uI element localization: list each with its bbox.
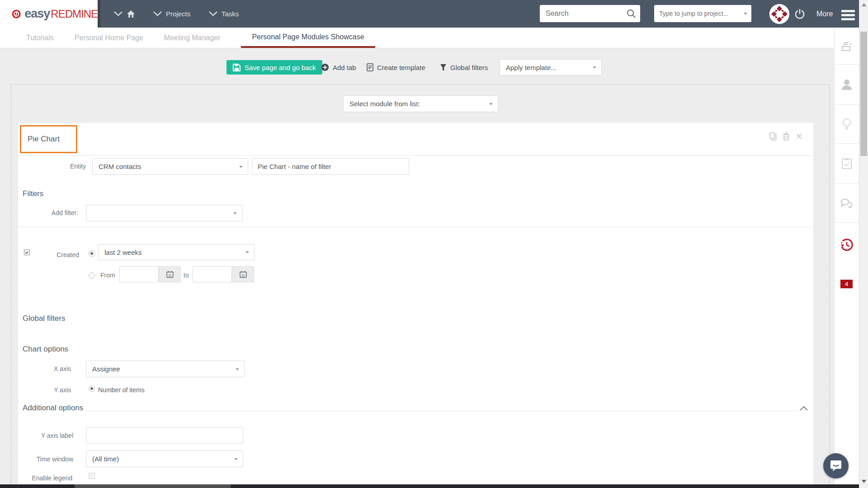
chevron-down-icon [236,368,239,371]
chevron-down-icon [233,212,237,215]
chevron-down-icon [209,11,217,16]
chevron-down-icon [114,11,123,16]
add-tab-label: Add tab [333,64,356,71]
create-template-label: Create template [377,64,425,71]
y-axis-count-radio[interactable] [89,385,95,392]
save-page-button[interactable]: Save page and go back [226,60,322,75]
brand-easy: easy [24,7,50,21]
from-calendar-button[interactable]: 31 [159,266,181,282]
from-label: From [100,272,116,279]
to-calendar-button[interactable]: 31 [232,266,254,282]
y-axis-label: Y axis [18,386,71,394]
nav-home[interactable] [114,0,135,28]
to-label: to [184,272,192,279]
x-axis-value: Assignee [92,365,120,373]
nav-tasks[interactable]: Tasks [209,0,239,28]
tab-personal-home-page[interactable]: Personal Home Page [75,28,143,48]
entity-select[interactable]: CRM contacts [92,158,248,175]
logout-power-icon[interactable] [794,9,805,19]
nav-projects[interactable]: Projects [153,0,190,28]
add-filter-label: Add filter: [18,209,78,216]
add-filter-select[interactable] [86,205,242,221]
x-axis-select[interactable]: Assignee [86,361,245,377]
collapse-chevron-up-icon[interactable] [800,406,808,411]
global-filters-label: Global filters [450,64,488,71]
scrollbar-thumb[interactable] [860,32,867,156]
save-icon [233,64,241,71]
jump-to-project-input[interactable] [654,5,738,22]
enable-legend-checkbox[interactable] [89,473,95,479]
chevron-down-icon [239,166,243,168]
nav-tasks-label: Tasks [222,10,239,18]
chat-bubbles-icon [840,198,853,208]
global-filters-button[interactable]: Global filters [440,60,488,75]
y-axis-label-label: Y axis label [18,432,73,439]
filters-heading: Filters [23,189,43,198]
more-menu[interactable]: More [816,0,833,28]
hamburger-menu-icon[interactable] [841,10,855,22]
top-bar: easy REDMINE Projects Tasks [0,0,859,28]
created-range-radio[interactable] [89,272,95,279]
time-window-label: Time window [18,455,73,463]
calendar-icon: 31 [240,271,247,278]
chevron-down-icon [744,13,747,15]
chevron-down-icon [153,11,162,16]
created-period-radio[interactable] [89,250,95,257]
bottom-edge-strip [0,484,859,488]
news-icon [841,41,853,52]
select-module-dropdown[interactable]: Select module from list: [343,95,498,112]
chart-options-heading: Chart options [23,345,68,354]
time-window-select[interactable]: (All time) [86,450,243,467]
save-page-label: Save page and go back [245,64,316,71]
sidebar-news-button[interactable] [835,28,859,65]
history-badge: 4 [840,280,853,288]
divider [86,411,798,411]
select-module-value: Select module from list: [349,100,420,108]
tab-tutorials[interactable]: Tutorials [26,28,54,48]
from-date-input[interactable] [119,266,159,282]
sidebar-chat-button[interactable] [835,184,859,223]
divider [18,155,813,156]
document-icon [367,63,373,71]
y-axis-label-input[interactable] [86,427,243,444]
plus-circle-icon [321,63,329,71]
add-tab-button[interactable]: Add tab [321,60,356,75]
sidebar-ideas-button[interactable] [835,105,859,144]
history-icon [840,239,854,252]
sidebar-tasks-button[interactable] [835,144,859,184]
search-box [540,5,640,22]
app-logo[interactable]: easy REDMINE [0,0,100,28]
chat-bubble-icon [830,460,842,472]
enable-legend-label: Enable legend [18,474,72,482]
page-scrollbar[interactable] [859,0,868,488]
jump-to-project-box [654,5,751,22]
apply-template-select[interactable]: Apply template... [500,59,602,75]
home-icon [127,10,135,18]
avatar[interactable] [769,4,789,24]
more-label: More [816,10,833,18]
scroll-up-arrow[interactable] [862,3,866,6]
bulb-icon [842,118,852,131]
scroll-down-arrow[interactable] [862,480,866,483]
nav-projects-label: Projects [166,10,190,18]
tab-personal-page-modules-showcase[interactable]: Personal Page Modules Showcase [241,28,375,48]
close-icon[interactable]: ✕ [796,132,802,141]
search-input[interactable] [540,5,617,22]
create-template-button[interactable]: Create template [367,60,425,75]
pie-chart-module-panel: Pie Chart ✕ Entity CRM contacts Filters … [18,123,813,488]
sidebar-history-button[interactable]: 4 [835,223,859,281]
copy-icon[interactable] [769,132,777,141]
sidebar-user-button[interactable] [835,65,859,105]
created-period-select[interactable]: last 2 weeks [98,244,255,260]
trash-icon[interactable] [783,132,789,141]
tab-meeting-manager[interactable]: Meeting Manager [164,28,221,48]
created-period-value: last 2 weeks [104,249,142,256]
svg-text:31: 31 [168,274,172,277]
bottom-edge-segment [75,484,231,488]
search-icon[interactable] [627,9,636,18]
time-window-value: (All time) [92,455,119,463]
svg-text:31: 31 [241,274,245,277]
filter-name-input[interactable] [252,158,409,175]
live-chat-button[interactable] [823,453,849,479]
to-date-input[interactable] [193,266,232,282]
